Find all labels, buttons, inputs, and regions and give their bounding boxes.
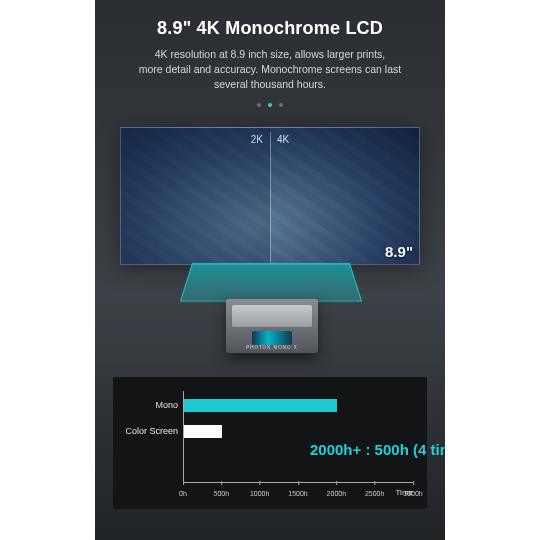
lowres-half [121, 128, 270, 264]
res-4k-label: 4K [277, 134, 289, 145]
bar-mono-label: Mono [155, 400, 184, 410]
x-tick: 2500h [365, 490, 384, 497]
page-title: 8.9" 4K Monochrome LCD [115, 18, 425, 39]
bar-area: Mono Color Screen 2000h+ : 500h (4 times… [184, 395, 413, 482]
desc-line: 4K resolution at 8.9 inch size, allows l… [115, 47, 425, 62]
hero-graphic: 2K 4K 8.9" PHOTON MONO X [120, 127, 420, 357]
x-ticks: 0h500h1000h1500h2000h2500h3000h [183, 485, 413, 497]
x-tick: 1500h [288, 490, 307, 497]
res-2k-label: 2K [251, 134, 263, 145]
x-tick: 1000h [250, 490, 269, 497]
carousel-dots[interactable] [115, 103, 425, 107]
resolution-labels: 2K 4K [251, 134, 289, 145]
bar-mono [184, 399, 337, 412]
lcd-screen: 2K 4K 8.9" [120, 127, 420, 265]
x-tick: 0h [179, 490, 187, 497]
carousel-dot-active[interactable] [268, 103, 272, 107]
bar-color-row: Color Screen [184, 425, 222, 438]
desc-line: several thousand hours. [115, 77, 425, 92]
resolution-divider [270, 132, 271, 262]
description: 4K resolution at 8.9 inch size, allows l… [115, 47, 425, 93]
carousel-dot[interactable] [257, 103, 261, 107]
bar-mono-row: Mono [184, 399, 337, 412]
carousel-dot[interactable] [279, 103, 283, 107]
x-tick: 500h [214, 490, 230, 497]
build-plate [180, 263, 362, 302]
printer-model-label: PHOTON MONO X [226, 345, 318, 350]
printer-body: PHOTON MONO X [226, 299, 318, 353]
bar-color [184, 425, 222, 438]
printer-display [252, 331, 292, 345]
screen-size-badge: 8.9" [385, 243, 413, 260]
chart-annotation: 2000h+ : 500h (4 times) [310, 441, 445, 458]
desc-line: more detail and accuracy. Monochrome scr… [115, 62, 425, 77]
product-card: 8.9" 4K Monochrome LCD 4K resolution at … [95, 0, 445, 540]
x-axis-label: Time [396, 488, 413, 497]
x-tick: 2000h [327, 490, 346, 497]
lifetime-chart: Mono Color Screen 2000h+ : 500h (4 times… [113, 377, 427, 509]
header: 8.9" 4K Monochrome LCD 4K resolution at … [95, 0, 445, 113]
bar-color-label: Color Screen [125, 426, 184, 436]
